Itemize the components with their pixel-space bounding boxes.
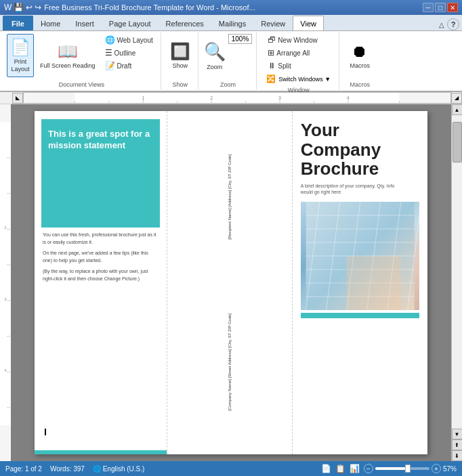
tab-view[interactable]: View bbox=[293, 16, 324, 30]
zoom-out-button[interactable]: − bbox=[364, 464, 373, 473]
zoom-button[interactable]: 🔍 Zoom bbox=[204, 34, 226, 77]
ruler-left-button[interactable]: ◣ bbox=[12, 93, 23, 104]
full-screen-reading-button[interactable]: 📖 Full Screen Reading bbox=[37, 34, 99, 77]
tab-mailings[interactable]: Mailings bbox=[211, 16, 253, 30]
zoom-handle[interactable] bbox=[405, 464, 411, 473]
scroll-up-button[interactable]: ▲ bbox=[452, 104, 463, 115]
scroll-thumb[interactable] bbox=[453, 122, 462, 163]
scroll-prev-button[interactable]: ⬆ bbox=[452, 439, 463, 450]
vertical-ruler: 1 2 3 4 bbox=[0, 104, 11, 461]
tab-review[interactable]: Review bbox=[253, 16, 293, 30]
draft-button[interactable]: 📝 Draft bbox=[102, 60, 156, 72]
show-button[interactable]: 🔲 Show bbox=[167, 34, 194, 77]
status-icon-1[interactable]: 📄 bbox=[321, 464, 331, 473]
status-icon-2[interactable]: 📋 bbox=[335, 464, 345, 473]
macros-label: Macros bbox=[350, 62, 371, 70]
vertical-scrollbar[interactable]: ▲ ▼ ⬆ ⬇ bbox=[451, 104, 462, 461]
switch-windows-icon: 🔀 bbox=[266, 74, 276, 83]
company-address: [Company Name] [Street Address] [City, S… bbox=[227, 313, 232, 411]
print-layout-button[interactable]: 📄 PrintLayout bbox=[7, 34, 34, 77]
zoom-percentage[interactable]: 100% bbox=[228, 34, 253, 44]
maximize-button[interactable]: □ bbox=[435, 3, 446, 12]
split-button[interactable]: ⏸ Split bbox=[264, 60, 294, 72]
teal-stripe bbox=[301, 313, 419, 318]
show-content: 🔲 Show bbox=[167, 34, 194, 80]
split-label: Split bbox=[278, 62, 291, 70]
tab-references[interactable]: References bbox=[159, 16, 211, 30]
tab-insert[interactable]: Insert bbox=[68, 16, 102, 30]
scroll-next-button[interactable]: ⬇ bbox=[452, 450, 463, 461]
recipient-address-text: [Recipient Name] [Address] [City, ST ZIP… bbox=[227, 154, 232, 240]
brochure-middle-panel: [Recipient Name] [Address] [City, ST ZIP… bbox=[167, 111, 292, 454]
brochure-right-panel: YourCompanyBrochure A brief description … bbox=[293, 111, 427, 454]
language: 🌐 English (U.S.) bbox=[93, 465, 144, 473]
scroll-track[interactable] bbox=[452, 115, 462, 429]
svg-rect-44 bbox=[346, 256, 400, 310]
draft-icon: 📝 bbox=[105, 61, 115, 70]
recipient-address: [Recipient Name] [Address] [City, ST ZIP… bbox=[227, 154, 232, 240]
macros-button[interactable]: ⏺ Macros bbox=[346, 34, 373, 77]
status-right: 📄 📋 📊 − + 57% bbox=[321, 464, 457, 473]
tab-home[interactable]: Home bbox=[33, 16, 68, 30]
quick-access-toolbar[interactable]: W 💾 ↩ ↪ bbox=[4, 3, 41, 12]
teal-bottom-bar bbox=[35, 450, 167, 454]
window-controls[interactable]: ─ □ ✕ bbox=[423, 3, 458, 12]
body-paragraph-3: (By the way, to replace a photo with you… bbox=[43, 268, 159, 282]
ribbon: 📄 PrintLayout 📖 Full Screen Reading 🌐 We… bbox=[0, 31, 462, 92]
full-screen-icon: 📖 bbox=[58, 42, 78, 61]
svg-rect-17 bbox=[0, 122, 11, 425]
minimize-button[interactable]: ─ bbox=[423, 3, 434, 12]
undo-icon[interactable]: ↩ bbox=[26, 3, 33, 12]
svg-text:3: 3 bbox=[278, 95, 281, 100]
outline-button[interactable]: ☰ Outline bbox=[102, 47, 156, 59]
switch-windows-button[interactable]: 🔀 Switch Windows ▼ bbox=[264, 72, 333, 85]
tab-file[interactable]: File bbox=[3, 16, 33, 30]
word-count: Words: 397 bbox=[50, 465, 85, 473]
window-group: 🗗 New Window ⊞ Arrange All ⏸ Split 🔀 Swi… bbox=[258, 33, 339, 89]
zoom-slider[interactable]: − + 57% bbox=[364, 464, 457, 473]
show-label: Show bbox=[172, 62, 188, 70]
zoom-in-button[interactable]: + bbox=[432, 464, 441, 473]
save-icon[interactable]: 💾 bbox=[14, 3, 24, 12]
page-count: Page: 1 of 2 bbox=[5, 465, 42, 473]
close-ribbon-icon[interactable]: △ bbox=[439, 21, 444, 28]
zoom-bar[interactable] bbox=[375, 467, 429, 470]
mission-statement-text: This is a great spot for a mission state… bbox=[48, 129, 153, 152]
zoom-group: 🔍 Zoom 100% Zoom bbox=[200, 33, 257, 89]
macros-content: ⏺ Macros bbox=[346, 34, 373, 80]
show-group-label: Show bbox=[172, 81, 188, 88]
help-button[interactable]: ? bbox=[447, 18, 459, 30]
panel-left-body: You can use this fresh, professional bro… bbox=[41, 228, 160, 286]
svg-text:1: 1 bbox=[142, 95, 144, 100]
redo-icon[interactable]: ↪ bbox=[35, 3, 41, 12]
window-title: Free Business Tri-Fold Brochure Template… bbox=[44, 3, 255, 12]
document-canvas[interactable]: This is a great spot for a mission state… bbox=[11, 104, 451, 461]
document-page: This is a great spot for a mission state… bbox=[35, 111, 427, 454]
zoom-content: 🔍 Zoom 100% bbox=[204, 34, 253, 80]
print-layout-icon: 📄 bbox=[10, 38, 30, 57]
zoom-label: Zoom bbox=[207, 64, 222, 70]
window-content: 🗗 New Window ⊞ Arrange All ⏸ Split 🔀 Swi… bbox=[264, 34, 333, 85]
ruler-right-button[interactable]: ◢ bbox=[451, 93, 462, 104]
document-views-group: 📄 PrintLayout 📖 Full Screen Reading 🌐 We… bbox=[3, 33, 161, 89]
word-icon: W bbox=[4, 3, 12, 12]
ribbon-help: △ ? bbox=[439, 18, 462, 30]
zoom-percentage-area: 100% bbox=[228, 34, 253, 44]
new-window-icon: 🗗 bbox=[268, 35, 276, 45]
show-group: 🔲 Show Show bbox=[163, 33, 198, 89]
document-views-label: Document Views bbox=[59, 81, 104, 88]
scroll-down-button[interactable]: ▼ bbox=[452, 429, 463, 439]
arrange-all-label: Arrange All bbox=[276, 49, 310, 57]
svg-rect-1 bbox=[75, 93, 400, 103]
new-window-button[interactable]: 🗗 New Window bbox=[264, 34, 320, 46]
document-views-content: 📄 PrintLayout 📖 Full Screen Reading 🌐 We… bbox=[7, 34, 156, 80]
web-layout-icon: 🌐 bbox=[105, 35, 115, 45]
body-paragraph-1: You can use this fresh, professional bro… bbox=[43, 232, 159, 246]
arrange-all-button[interactable]: ⊞ Arrange All bbox=[264, 47, 313, 59]
tab-page-layout[interactable]: Page Layout bbox=[102, 16, 159, 30]
show-icon: 🔲 bbox=[170, 42, 190, 61]
status-icon-3[interactable]: 📊 bbox=[350, 464, 360, 473]
close-button[interactable]: ✕ bbox=[447, 3, 458, 12]
web-layout-button[interactable]: 🌐 Web Layout bbox=[102, 34, 156, 46]
building-image bbox=[301, 202, 419, 310]
